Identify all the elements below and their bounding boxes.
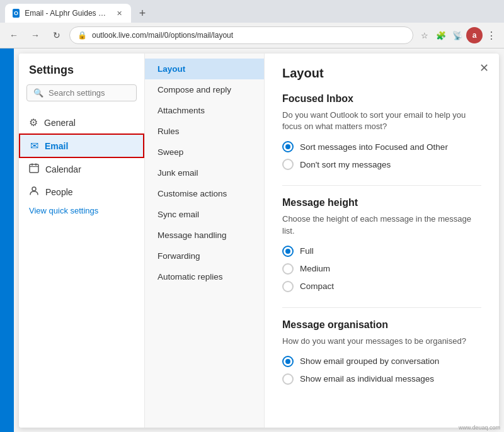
- message-height-desc: Choose the height of each message in the…: [282, 213, 481, 236]
- radio-label-dont-sort: Don't sort my messages: [300, 160, 391, 169]
- submenu-item-layout[interactable]: Layout: [145, 59, 264, 79]
- radio-full[interactable]: Full: [282, 246, 481, 257]
- search-box[interactable]: 🔍: [26, 84, 137, 101]
- sidebar-item-label-people: People: [45, 187, 73, 197]
- radio-label-medium: Medium: [300, 264, 330, 273]
- tab-bar: O Email - ALphr Guides - Outlook ✕ +: [0, 0, 504, 23]
- url-text: outlook.live.com/mail/0/options/mail/lay…: [92, 31, 233, 40]
- divider-1: [282, 185, 481, 186]
- radio-label-individual: Show email as individual messages: [300, 374, 434, 384]
- sidebar-item-general[interactable]: ⚙ General: [19, 111, 144, 134]
- radio-circle-full: [282, 246, 294, 257]
- address-bar-row: ← → ↻ 🔒 outlook.live.com/mail/0/options/…: [0, 23, 504, 48]
- forward-button[interactable]: →: [26, 26, 44, 44]
- submenu-item-sync-email[interactable]: Sync email: [145, 204, 264, 225]
- sidebar-item-label-email: Email: [45, 141, 68, 151]
- radio-label-full: Full: [300, 246, 314, 256]
- tab-label: Email - ALphr Guides - Outlook: [25, 9, 108, 18]
- calendar-icon: [29, 163, 39, 176]
- sidebar-item-calendar[interactable]: Calendar: [19, 158, 144, 181]
- email-icon: ✉: [30, 140, 38, 152]
- cast-icon[interactable]: 📡: [450, 28, 465, 43]
- message-height-title: Message height: [282, 197, 481, 208]
- radio-medium[interactable]: Medium: [282, 263, 481, 275]
- address-bar-icons: ☆ 🧩 📡 a ⋮: [417, 27, 499, 44]
- submenu-item-forwarding[interactable]: Forwarding: [145, 246, 264, 266]
- search-input[interactable]: [49, 88, 130, 98]
- lock-icon: 🔒: [77, 31, 87, 40]
- settings-content-panel: ✕ Layout Focused Inbox Do you want Outlo…: [265, 54, 499, 428]
- radio-label-grouped: Show email grouped by conversation: [300, 356, 439, 366]
- radio-label-compact: Compact: [300, 281, 334, 291]
- sidebar-item-label-calendar: Calendar: [45, 164, 81, 174]
- focused-inbox-section: Focused Inbox Do you want Outlook to sor…: [282, 93, 481, 170]
- submenu-item-compose-reply[interactable]: Compose and reply: [145, 79, 264, 100]
- radio-circle-individual: [282, 373, 294, 385]
- close-button[interactable]: ✕: [479, 61, 489, 75]
- tab-close-button[interactable]: ✕: [115, 8, 123, 18]
- focused-inbox-desc: Do you want Outlook to sort your email t…: [282, 110, 481, 132]
- submenu-item-automatic-replies[interactable]: Automatic replies: [145, 266, 264, 287]
- focused-inbox-title: Focused Inbox: [282, 93, 481, 105]
- sidebar-item-email[interactable]: ✉ Email: [19, 134, 144, 158]
- radio-sort-focused[interactable]: Sort messages into Focused and Other: [282, 141, 481, 152]
- divider-2: [282, 307, 481, 308]
- radio-circle-dont-sort: [282, 159, 294, 170]
- address-bar[interactable]: 🔒 outlook.live.com/mail/0/options/mail/l…: [69, 26, 413, 44]
- radio-label-sort-focused: Sort messages into Focused and Other: [300, 142, 448, 152]
- submenu-item-rules[interactable]: Rules: [145, 121, 264, 142]
- svg-rect-0: [30, 164, 38, 173]
- radio-circle-compact: [282, 281, 294, 292]
- submenu-item-attachments[interactable]: Attachments: [145, 100, 264, 121]
- people-icon: [29, 186, 39, 198]
- settings-submenu-panel: Layout Compose and reply Attachments Rul…: [145, 54, 265, 428]
- tab-favicon: O: [13, 9, 20, 18]
- app-area: Settings 🔍 ⚙ General ✉ Email: [0, 48, 504, 432]
- search-icon: 🔍: [33, 88, 43, 98]
- sidebar-item-label-general: General: [44, 118, 76, 128]
- watermark: www.deuaq.com: [459, 424, 500, 431]
- message-organisation-desc: How do you want your messages to be orga…: [282, 336, 481, 347]
- radio-grouped[interactable]: Show email grouped by conversation: [282, 356, 481, 367]
- new-tab-button[interactable]: +: [134, 4, 151, 22]
- left-nav-strip: [0, 48, 14, 432]
- submenu-item-customise-actions[interactable]: Customise actions: [145, 183, 264, 204]
- star-icon[interactable]: ☆: [417, 28, 432, 43]
- radio-circle-medium: [282, 263, 294, 275]
- refresh-button[interactable]: ↻: [48, 26, 66, 44]
- message-height-section: Message height Choose the height of each…: [282, 197, 481, 292]
- extensions-icon[interactable]: 🧩: [433, 28, 449, 43]
- radio-individual[interactable]: Show email as individual messages: [282, 373, 481, 385]
- radio-compact[interactable]: Compact: [282, 281, 481, 292]
- message-height-options: Full Medium Compact: [282, 246, 481, 292]
- sidebar-item-people[interactable]: People: [19, 181, 144, 203]
- view-quick-settings-link[interactable]: View quick settings: [19, 203, 144, 218]
- settings-overlay: Settings 🔍 ⚙ General ✉ Email: [19, 54, 499, 428]
- focused-inbox-options: Sort messages into Focused and Other Don…: [282, 141, 481, 170]
- submenu-item-junk-email[interactable]: Junk email: [145, 162, 264, 183]
- content-title: Layout: [282, 66, 481, 81]
- message-organisation-options: Show email grouped by conversation Show …: [282, 356, 481, 385]
- submenu-item-sweep[interactable]: Sweep: [145, 142, 264, 162]
- settings-title: Settings: [19, 64, 144, 84]
- back-button[interactable]: ←: [5, 26, 23, 44]
- active-tab[interactable]: O Email - ALphr Guides - Outlook ✕: [5, 4, 131, 23]
- settings-nav-panel: Settings 🔍 ⚙ General ✉ Email: [19, 54, 145, 428]
- message-organisation-title: Message organisation: [282, 319, 481, 331]
- gear-icon: ⚙: [29, 117, 38, 128]
- browser-menu-button[interactable]: ⋮: [484, 27, 499, 44]
- radio-circle-grouped: [282, 356, 294, 367]
- profile-button[interactable]: a: [466, 27, 483, 43]
- message-organisation-section: Message organisation How do you want you…: [282, 319, 481, 385]
- radio-dont-sort[interactable]: Don't sort my messages: [282, 159, 481, 170]
- radio-circle-sort-focused: [282, 141, 294, 152]
- submenu-item-message-handling[interactable]: Message handling: [145, 225, 264, 246]
- svg-point-4: [32, 187, 36, 191]
- browser-chrome: O Email - ALphr Guides - Outlook ✕ + ← →…: [0, 0, 504, 48]
